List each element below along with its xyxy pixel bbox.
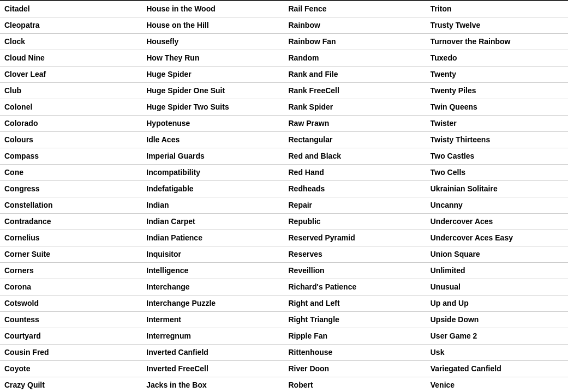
table-cell: Unusual bbox=[426, 279, 568, 295]
table-cell: Huge Spider One Suit bbox=[142, 83, 284, 99]
table-cell: Huge Spider Two Suits bbox=[142, 99, 284, 116]
table-cell: Right Triangle bbox=[284, 312, 426, 328]
table-cell: Republic bbox=[284, 214, 426, 230]
table-cell: Clock bbox=[0, 34, 142, 50]
table-cell: Cone bbox=[0, 165, 142, 181]
table-cell: Indefatigable bbox=[142, 181, 284, 197]
table-row: ConstellationIndianRepairUncanny bbox=[0, 197, 568, 214]
table-cell: Colours bbox=[0, 132, 142, 148]
table-cell: Interment bbox=[142, 312, 284, 328]
table-row: ContradanceIndian CarpetRepublicUndercov… bbox=[0, 214, 568, 230]
table-row: CountessIntermentRight TriangleUpside Do… bbox=[0, 312, 568, 328]
table-row: ConeIncompatibilityRed HandTwo Cells bbox=[0, 165, 568, 181]
table-cell: Constellation bbox=[0, 197, 142, 214]
table-cell: Rectangular bbox=[284, 132, 426, 148]
table-cell: Corner Suite bbox=[0, 246, 142, 263]
table-cell: Cousin Fred bbox=[0, 345, 142, 361]
table-cell: Cleopatra bbox=[0, 17, 142, 34]
table-cell: Ripple Fan bbox=[284, 328, 426, 345]
table-cell: Reserved Pyramid bbox=[284, 230, 426, 246]
table-cell: Rainbow bbox=[284, 17, 426, 34]
table-cell: Intelligence bbox=[142, 263, 284, 279]
table-cell: Citadel bbox=[0, 1, 142, 17]
table-cell: Club bbox=[0, 83, 142, 99]
table-cell: House on the Hill bbox=[142, 17, 284, 34]
table-cell: Indian Carpet bbox=[142, 214, 284, 230]
table-cell: Interchange bbox=[142, 279, 284, 295]
table-cell: Trusty Twelve bbox=[426, 17, 568, 34]
table-cell: Red and Black bbox=[284, 148, 426, 165]
table-cell: Crazy Quilt bbox=[0, 377, 142, 393]
table-cell: Rank Spider bbox=[284, 99, 426, 116]
table-row: CongressIndefatigableRedheadsUkrainian S… bbox=[0, 181, 568, 197]
table-row: ClockHouseflyRainbow FanTurnover the Rai… bbox=[0, 34, 568, 50]
table-row: Crazy QuiltJacks in the BoxRobertVenice bbox=[0, 377, 568, 393]
table-row: CoyoteInverted FreeCellRiver DoonVariega… bbox=[0, 361, 568, 377]
table-row: CoronaInterchangeRichard's PatienceUnusu… bbox=[0, 279, 568, 295]
table-cell: Colorado bbox=[0, 116, 142, 132]
table-cell: Upside Down bbox=[426, 312, 568, 328]
table-cell: Tuxedo bbox=[426, 50, 568, 67]
table-cell: Variegated Canfield bbox=[426, 361, 568, 377]
table-row: Corner SuiteInquisitorReservesUnion Squa… bbox=[0, 246, 568, 263]
table-cell: Union Square bbox=[426, 246, 568, 263]
table-cell: Undercover Aces Easy bbox=[426, 230, 568, 246]
table-cell: Usk bbox=[426, 345, 568, 361]
table-row: CorneliusIndian PatienceReserved Pyramid… bbox=[0, 230, 568, 246]
table-cell: Cotswold bbox=[0, 295, 142, 312]
table-cell: Rittenhouse bbox=[284, 345, 426, 361]
table-cell: Housefly bbox=[142, 34, 284, 50]
games-table: CitadelHouse in the WoodRail FenceTriton… bbox=[0, 0, 568, 392]
table-cell: Cloud Nine bbox=[0, 50, 142, 67]
table-cell: Ukrainian Solitaire bbox=[426, 181, 568, 197]
table-cell: Corona bbox=[0, 279, 142, 295]
table-cell: Indian bbox=[142, 197, 284, 214]
table-cell: Cornelius bbox=[0, 230, 142, 246]
table-cell: Inverted Canfield bbox=[142, 345, 284, 361]
table-cell: Idle Aces bbox=[142, 132, 284, 148]
table-cell: Twin Queens bbox=[426, 99, 568, 116]
table-row: CleopatraHouse on the HillRainbowTrusty … bbox=[0, 17, 568, 34]
table-cell: Raw Prawn bbox=[284, 116, 426, 132]
table-cell: Countess bbox=[0, 312, 142, 328]
table-cell: Uncanny bbox=[426, 197, 568, 214]
table-cell: Red Hand bbox=[284, 165, 426, 181]
table-cell: Rail Fence bbox=[284, 1, 426, 17]
table-cell: Inverted FreeCell bbox=[142, 361, 284, 377]
table-row: CourtyardInterregnumRipple FanUser Game … bbox=[0, 328, 568, 345]
table-cell: Contradance bbox=[0, 214, 142, 230]
table-cell: Up and Up bbox=[426, 295, 568, 312]
table-cell: Incompatibility bbox=[142, 165, 284, 181]
table-row: CompassImperial GuardsRed and BlackTwo C… bbox=[0, 148, 568, 165]
table-cell: Random bbox=[284, 50, 426, 67]
table-cell: Colonel bbox=[0, 99, 142, 116]
table-cell: Compass bbox=[0, 148, 142, 165]
table-cell: Twister bbox=[426, 116, 568, 132]
table-cell: Imperial Guards bbox=[142, 148, 284, 165]
table-cell: Clover Leaf bbox=[0, 67, 142, 83]
table-cell: Rank FreeCell bbox=[284, 83, 426, 99]
table-cell: Twenty Piles bbox=[426, 83, 568, 99]
table-cell: Undercover Aces bbox=[426, 214, 568, 230]
table-cell: Repair bbox=[284, 197, 426, 214]
table-cell: Venice bbox=[426, 377, 568, 393]
table-cell: Triton bbox=[426, 1, 568, 17]
table-cell: Inquisitor bbox=[142, 246, 284, 263]
table-cell: Richard's Patience bbox=[284, 279, 426, 295]
table-row: CitadelHouse in the WoodRail FenceTriton bbox=[0, 1, 568, 17]
table-cell: Two Castles bbox=[426, 148, 568, 165]
table-cell: User Game 2 bbox=[426, 328, 568, 345]
table-cell: Coyote bbox=[0, 361, 142, 377]
table-row: Cousin FredInverted CanfieldRittenhouseU… bbox=[0, 345, 568, 361]
table-cell: Congress bbox=[0, 181, 142, 197]
table-cell: Indian Patience bbox=[142, 230, 284, 246]
table-cell: Twenty bbox=[426, 67, 568, 83]
table-cell: Jacks in the Box bbox=[142, 377, 284, 393]
table-cell: How They Run bbox=[142, 50, 284, 67]
table-cell: Two Cells bbox=[426, 165, 568, 181]
table-cell: Huge Spider bbox=[142, 67, 284, 83]
table-cell: Twisty Thirteens bbox=[426, 132, 568, 148]
table-cell: Courtyard bbox=[0, 328, 142, 345]
table-row: Cloud NineHow They RunRandomTuxedo bbox=[0, 50, 568, 67]
table-cell: Unlimited bbox=[426, 263, 568, 279]
